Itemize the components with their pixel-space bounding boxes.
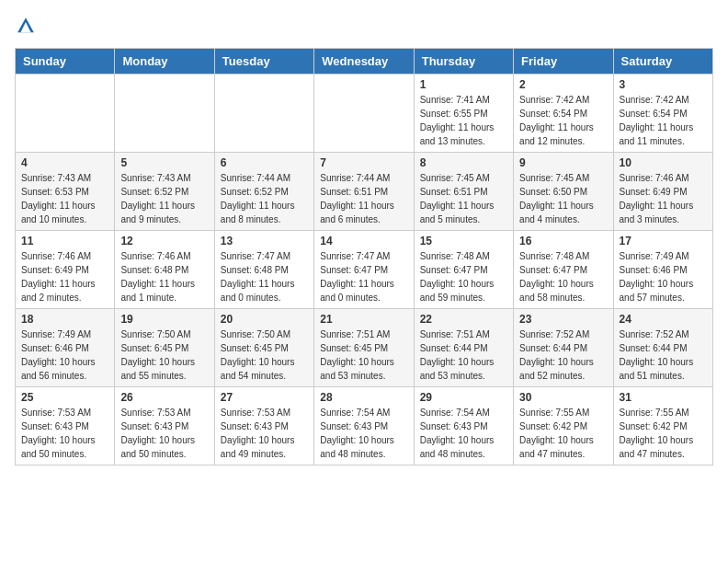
- day-number: 29: [420, 391, 507, 404]
- day-info: Sunrise: 7:46 AM Sunset: 6:49 PM Dayligh…: [620, 171, 707, 226]
- day-number: 11: [21, 235, 108, 247]
- day-info: Sunrise: 7:55 AM Sunset: 6:42 PM Dayligh…: [620, 406, 707, 461]
- calendar-header-row: SundayMondayTuesdayWednesdayThursdayFrid…: [16, 49, 713, 75]
- calendar-cell: 17Sunrise: 7:49 AM Sunset: 6:46 PM Dayli…: [613, 231, 712, 309]
- calendar-cell: 18Sunrise: 7:49 AM Sunset: 6:46 PM Dayli…: [16, 309, 115, 387]
- calendar-cell: 27Sunrise: 7:53 AM Sunset: 6:43 PM Dayli…: [214, 387, 313, 465]
- day-number: 6: [221, 156, 308, 169]
- day-number: 3: [620, 78, 707, 91]
- day-number: 10: [620, 156, 707, 169]
- calendar-cell: 26Sunrise: 7:53 AM Sunset: 6:43 PM Dayli…: [115, 387, 214, 465]
- day-number: 30: [519, 391, 607, 404]
- day-info: Sunrise: 7:42 AM Sunset: 6:54 PM Dayligh…: [620, 93, 707, 148]
- day-number: 21: [320, 313, 407, 326]
- day-info: Sunrise: 7:48 AM Sunset: 6:47 PM Dayligh…: [519, 249, 607, 304]
- calendar-cell: 16Sunrise: 7:48 AM Sunset: 6:47 PM Dayli…: [514, 231, 613, 309]
- calendar-week-5: 25Sunrise: 7:53 AM Sunset: 6:43 PM Dayli…: [16, 387, 713, 465]
- day-info: Sunrise: 7:42 AM Sunset: 6:54 PM Dayligh…: [519, 93, 607, 148]
- calendar-cell: 25Sunrise: 7:53 AM Sunset: 6:43 PM Dayli…: [16, 387, 115, 465]
- calendar-cell: 1Sunrise: 7:41 AM Sunset: 6:55 PM Daylig…: [414, 75, 513, 153]
- day-number: 9: [519, 156, 607, 169]
- calendar-cell: 19Sunrise: 7:50 AM Sunset: 6:45 PM Dayli…: [115, 309, 214, 387]
- day-number: 12: [120, 235, 208, 247]
- day-info: Sunrise: 7:43 AM Sunset: 6:52 PM Dayligh…: [120, 171, 208, 226]
- day-info: Sunrise: 7:43 AM Sunset: 6:53 PM Dayligh…: [21, 171, 108, 226]
- calendar-header-monday: Monday: [115, 49, 214, 75]
- day-number: 8: [420, 156, 507, 169]
- logo-icon: [15, 15, 37, 37]
- day-info: Sunrise: 7:53 AM Sunset: 6:43 PM Dayligh…: [221, 406, 308, 461]
- day-info: Sunrise: 7:51 AM Sunset: 6:45 PM Dayligh…: [320, 327, 407, 383]
- day-number: 13: [221, 235, 308, 247]
- calendar-header-tuesday: Tuesday: [214, 49, 313, 75]
- calendar-cell: 20Sunrise: 7:50 AM Sunset: 6:45 PM Dayli…: [214, 309, 313, 387]
- day-number: 5: [120, 156, 208, 169]
- calendar-cell: 2Sunrise: 7:42 AM Sunset: 6:54 PM Daylig…: [514, 75, 613, 153]
- day-number: 16: [519, 235, 607, 247]
- day-info: Sunrise: 7:45 AM Sunset: 6:51 PM Dayligh…: [420, 171, 507, 226]
- calendar-cell: 4Sunrise: 7:43 AM Sunset: 6:53 PM Daylig…: [16, 153, 115, 231]
- calendar-header-friday: Friday: [514, 49, 613, 75]
- calendar-week-3: 11Sunrise: 7:46 AM Sunset: 6:49 PM Dayli…: [16, 231, 713, 309]
- day-info: Sunrise: 7:52 AM Sunset: 6:44 PM Dayligh…: [519, 327, 607, 383]
- day-info: Sunrise: 7:50 AM Sunset: 6:45 PM Dayligh…: [120, 327, 208, 383]
- calendar-cell: 9Sunrise: 7:45 AM Sunset: 6:50 PM Daylig…: [514, 153, 613, 231]
- calendar-cell: [16, 75, 115, 153]
- calendar-cell: [314, 75, 414, 153]
- day-info: Sunrise: 7:48 AM Sunset: 6:47 PM Dayligh…: [420, 249, 507, 304]
- day-number: 1: [420, 78, 507, 91]
- day-info: Sunrise: 7:55 AM Sunset: 6:42 PM Dayligh…: [519, 406, 607, 461]
- day-number: 2: [519, 78, 607, 91]
- day-number: 7: [320, 156, 407, 169]
- day-number: 24: [620, 313, 707, 326]
- calendar-header-wednesday: Wednesday: [314, 49, 414, 75]
- day-info: Sunrise: 7:54 AM Sunset: 6:43 PM Dayligh…: [320, 406, 407, 461]
- day-number: 20: [221, 313, 308, 326]
- day-number: 19: [120, 313, 208, 326]
- logo: [15, 15, 40, 37]
- calendar-cell: 11Sunrise: 7:46 AM Sunset: 6:49 PM Dayli…: [16, 231, 115, 309]
- calendar-week-2: 4Sunrise: 7:43 AM Sunset: 6:53 PM Daylig…: [16, 153, 713, 231]
- calendar-cell: 14Sunrise: 7:47 AM Sunset: 6:47 PM Dayli…: [314, 231, 414, 309]
- day-info: Sunrise: 7:44 AM Sunset: 6:51 PM Dayligh…: [320, 171, 407, 226]
- calendar-cell: 7Sunrise: 7:44 AM Sunset: 6:51 PM Daylig…: [314, 153, 414, 231]
- day-info: Sunrise: 7:46 AM Sunset: 6:49 PM Dayligh…: [21, 249, 108, 304]
- calendar-cell: 24Sunrise: 7:52 AM Sunset: 6:44 PM Dayli…: [613, 309, 712, 387]
- day-info: Sunrise: 7:52 AM Sunset: 6:44 PM Dayligh…: [620, 327, 707, 383]
- day-info: Sunrise: 7:47 AM Sunset: 6:47 PM Dayligh…: [320, 249, 407, 304]
- day-info: Sunrise: 7:45 AM Sunset: 6:50 PM Dayligh…: [519, 171, 607, 226]
- calendar-table: SundayMondayTuesdayWednesdayThursdayFrid…: [15, 48, 713, 465]
- day-info: Sunrise: 7:47 AM Sunset: 6:48 PM Dayligh…: [221, 249, 308, 304]
- calendar-cell: 21Sunrise: 7:51 AM Sunset: 6:45 PM Dayli…: [314, 309, 414, 387]
- day-info: Sunrise: 7:51 AM Sunset: 6:44 PM Dayligh…: [420, 327, 507, 383]
- calendar-week-1: 1Sunrise: 7:41 AM Sunset: 6:55 PM Daylig…: [16, 75, 713, 153]
- day-number: 23: [519, 313, 607, 326]
- calendar-cell: 13Sunrise: 7:47 AM Sunset: 6:48 PM Dayli…: [214, 231, 313, 309]
- calendar-cell: 15Sunrise: 7:48 AM Sunset: 6:47 PM Dayli…: [414, 231, 513, 309]
- day-info: Sunrise: 7:53 AM Sunset: 6:43 PM Dayligh…: [120, 406, 208, 461]
- calendar-header-sunday: Sunday: [16, 49, 115, 75]
- calendar-cell: [115, 75, 214, 153]
- calendar-cell: 12Sunrise: 7:46 AM Sunset: 6:48 PM Dayli…: [115, 231, 214, 309]
- calendar-cell: 28Sunrise: 7:54 AM Sunset: 6:43 PM Dayli…: [314, 387, 414, 465]
- calendar-cell: 6Sunrise: 7:44 AM Sunset: 6:52 PM Daylig…: [214, 153, 313, 231]
- calendar-cell: 30Sunrise: 7:55 AM Sunset: 6:42 PM Dayli…: [514, 387, 613, 465]
- calendar-cell: [214, 75, 313, 153]
- day-number: 26: [120, 391, 208, 404]
- day-number: 4: [21, 156, 108, 169]
- day-number: 15: [420, 235, 507, 247]
- page-header: [15, 15, 713, 37]
- day-info: Sunrise: 7:53 AM Sunset: 6:43 PM Dayligh…: [21, 406, 108, 461]
- day-number: 22: [420, 313, 507, 326]
- day-number: 14: [320, 235, 407, 247]
- calendar-cell: 23Sunrise: 7:52 AM Sunset: 6:44 PM Dayli…: [514, 309, 613, 387]
- day-info: Sunrise: 7:41 AM Sunset: 6:55 PM Dayligh…: [420, 93, 507, 148]
- calendar-cell: 5Sunrise: 7:43 AM Sunset: 6:52 PM Daylig…: [115, 153, 214, 231]
- calendar-header-thursday: Thursday: [414, 49, 513, 75]
- day-info: Sunrise: 7:49 AM Sunset: 6:46 PM Dayligh…: [21, 327, 108, 383]
- calendar-cell: 10Sunrise: 7:46 AM Sunset: 6:49 PM Dayli…: [613, 153, 712, 231]
- calendar-cell: 8Sunrise: 7:45 AM Sunset: 6:51 PM Daylig…: [414, 153, 513, 231]
- day-info: Sunrise: 7:50 AM Sunset: 6:45 PM Dayligh…: [221, 327, 308, 383]
- day-info: Sunrise: 7:46 AM Sunset: 6:48 PM Dayligh…: [120, 249, 208, 304]
- calendar-cell: 3Sunrise: 7:42 AM Sunset: 6:54 PM Daylig…: [613, 75, 712, 153]
